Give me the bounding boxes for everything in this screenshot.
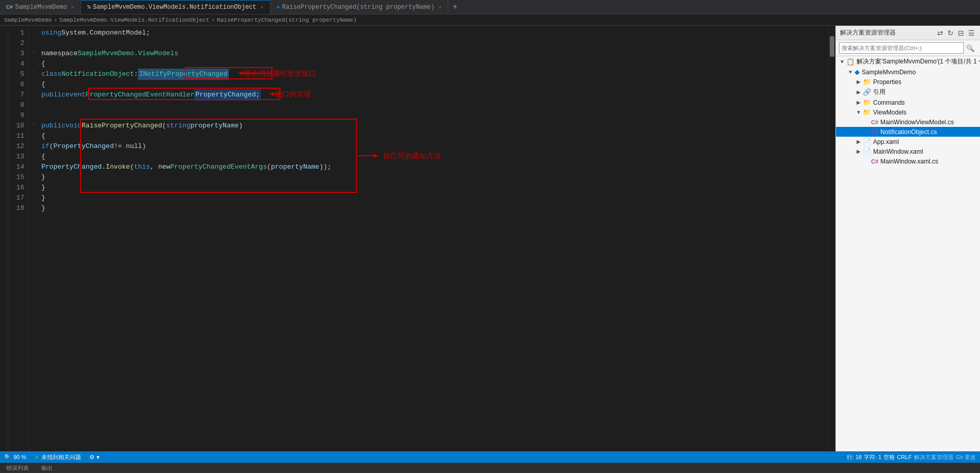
bottom-tab-errors[interactable]: 错误列表: [0, 463, 35, 473]
tree-node-node-mainwindowxamlcs[interactable]: C#MainWindow.xaml.cs: [836, 156, 980, 166]
se-toolbar: ⇄ ↻ ⊟ ☰: [936, 28, 976, 38]
tab-bar: C# SampleMvvmDemo ✕ % SampleMvvmDemo.Vie…: [0, 0, 980, 14]
tree-toggle[interactable]: ▶: [855, 79, 863, 85]
se-btn-refresh[interactable]: ↻: [946, 28, 955, 38]
collapse-toggle: [29, 191, 37, 201]
tab-close-0[interactable]: ✕: [71, 4, 74, 10]
line-number: 2: [8, 38, 24, 48]
code-line: }: [37, 193, 797, 203]
tree-toggle[interactable]: ▶: [855, 100, 863, 105]
search-box-container: 🔍: [836, 40, 980, 56]
collapse-toggle: [29, 57, 37, 67]
collapse-toggle[interactable]: −: [29, 46, 37, 57]
line-number: 5: [8, 69, 24, 79]
search-input[interactable]: [839, 42, 964, 54]
collapse-toggle: [29, 77, 37, 88]
code-line: [37, 110, 797, 121]
tree-toggle[interactable]: ▼: [855, 109, 863, 115]
breadcrumb-part-2: RaisePropertyChanged(string propertyName…: [217, 17, 357, 23]
collapse-toggle: [29, 150, 37, 160]
node-label: App.xaml: [873, 138, 899, 145]
code-line: public void RaisePropertyChanged(string …: [37, 121, 797, 131]
tree-node-node-viewmodels[interactable]: ▼📁ViewModels: [836, 107, 980, 117]
se-btn-sync[interactable]: ⇄: [936, 28, 944, 38]
tree-node-node-appxaml[interactable]: ▶📄App.xaml: [836, 137, 980, 146]
tree-toggle[interactable]: ▶: [855, 139, 863, 144]
tab-close-2[interactable]: ✕: [438, 4, 441, 10]
node-icon: 📁: [863, 78, 871, 86]
status-zoom[interactable]: 🔍 90 %: [4, 454, 26, 461]
collapse-toggle: [29, 170, 37, 181]
code-line: {: [37, 79, 797, 90]
breadcrumb-part-1: SampleMvvmDemo.ViewModels.NotificationOb…: [59, 17, 209, 23]
code-line: {: [37, 59, 797, 69]
bottom-tab-output-label: 输出: [41, 464, 53, 472]
tree-node-node-mainwindow[interactable]: ▶📄MainWindow.xaml: [836, 146, 980, 156]
bottom-tab-output[interactable]: 输出: [35, 463, 59, 473]
code-line: }: [37, 172, 797, 183]
space-label: 空格: [883, 453, 895, 461]
line-number: 7: [8, 90, 24, 100]
encoding-label: CRLF: [897, 454, 912, 460]
tab-label-0: SampleMvvmDemo: [15, 4, 67, 11]
tree-toggle[interactable]: ▶: [855, 149, 863, 154]
collapse-toggle: [29, 181, 37, 191]
tab-samplemvvmdemo[interactable]: C# SampleMvvmDemo ✕: [0, 0, 81, 14]
tree-node-node-notificationobj[interactable]: C#NotificationObject.cs: [836, 127, 980, 137]
node-label: 引用: [873, 88, 886, 96]
collapse-toggle[interactable]: −: [29, 67, 37, 77]
tab-close-1[interactable]: ✕: [261, 4, 264, 10]
node-label: MainWindow.xaml.cs: [880, 158, 938, 165]
collapse-toggle[interactable]: −: [29, 119, 37, 129]
breadcrumb-sep-0: ›: [54, 17, 57, 23]
tab-raiseproperty[interactable]: ♦ RaisePropertyChanged(string propertyNa…: [271, 0, 449, 14]
tab-notificationobject[interactable]: % SampleMvvmDemo.ViewModels.Notification…: [81, 0, 271, 14]
node-icon: C#: [871, 157, 878, 165]
collapse-gutter: −−−: [29, 26, 37, 451]
node-label: NotificationObject.cs: [880, 128, 937, 136]
node-label: MainWindow.xaml: [873, 148, 923, 155]
line-number: 1: [8, 28, 24, 38]
line-number: 18: [8, 203, 24, 214]
settings-dropdown-icon: ▾: [97, 454, 100, 461]
collapse-toggle: [29, 139, 37, 150]
bottom-tabs: 错误列表 输出: [0, 463, 980, 473]
tree-node-node-solution[interactable]: ▼📋解决方案'SampleMvvmDemo'(1 个项目/共 1 个): [836, 56, 980, 67]
node-icon: 📄: [863, 138, 871, 145]
error-label: 未找到相关问题: [41, 453, 81, 461]
editor-scrollbar[interactable]: [828, 26, 835, 451]
tree-toggle[interactable]: ▼: [838, 59, 846, 64]
breadcrumb: SampleMvvmDemo › SampleMvvmDemo.ViewMode…: [0, 14, 980, 26]
tree-node-node-commands[interactable]: ▶📁Commands: [836, 97, 980, 107]
tree-view: ▼📋解决方案'SampleMvvmDemo'(1 个项目/共 1 个)▼◆Sam…: [836, 56, 980, 451]
se-btn-collapse[interactable]: ⊟: [957, 28, 965, 38]
line-number: 8: [8, 100, 24, 110]
se-btn-props[interactable]: ☰: [967, 28, 976, 38]
minimap: [797, 26, 828, 451]
cs-icon: C#: [6, 4, 13, 10]
node-icon: 📄: [863, 148, 871, 155]
node-icon: C#: [871, 118, 878, 126]
collapse-toggle: [29, 98, 37, 108]
code-line: if (PropertyChanged != null): [37, 141, 797, 152]
tree-toggle[interactable]: ▼: [846, 69, 855, 75]
cs-icon-1: %: [87, 4, 91, 10]
tree-node-node-references[interactable]: ▶🔗引用: [836, 87, 980, 97]
line-number: 11: [8, 131, 24, 141]
status-error[interactable]: ✔ 未找到相关问题: [35, 453, 81, 461]
git-link[interactable]: Git 更改: [956, 453, 976, 461]
tree-toggle[interactable]: ▶: [855, 89, 863, 95]
tree-node-node-project[interactable]: ▼◆SampleMvvmDemo: [836, 67, 980, 77]
search-button[interactable]: 🔍: [964, 43, 977, 53]
tab-add-button[interactable]: +: [448, 3, 462, 12]
node-label: SampleMvvmDemo: [862, 69, 916, 76]
node-icon: ◆: [855, 68, 860, 76]
tree-node-node-mainwindowvm[interactable]: C#MainWindowViewModel.cs: [836, 117, 980, 127]
solution-link[interactable]: 解决方案管理器: [914, 453, 954, 461]
code-area[interactable]: using System.ComponentModel;namespace Sa…: [37, 26, 797, 451]
breadcrumb-part-0: SampleMvvmDemo: [4, 17, 52, 23]
status-settings[interactable]: ⚙ ▾: [89, 454, 100, 461]
main-area: 123456789101112131415161718 −−− using Sy…: [0, 26, 980, 451]
tree-node-node-properties[interactable]: ▶📁Properties: [836, 77, 980, 87]
code-line: namespace SampleMvvmDemo.ViewModels: [37, 48, 797, 59]
